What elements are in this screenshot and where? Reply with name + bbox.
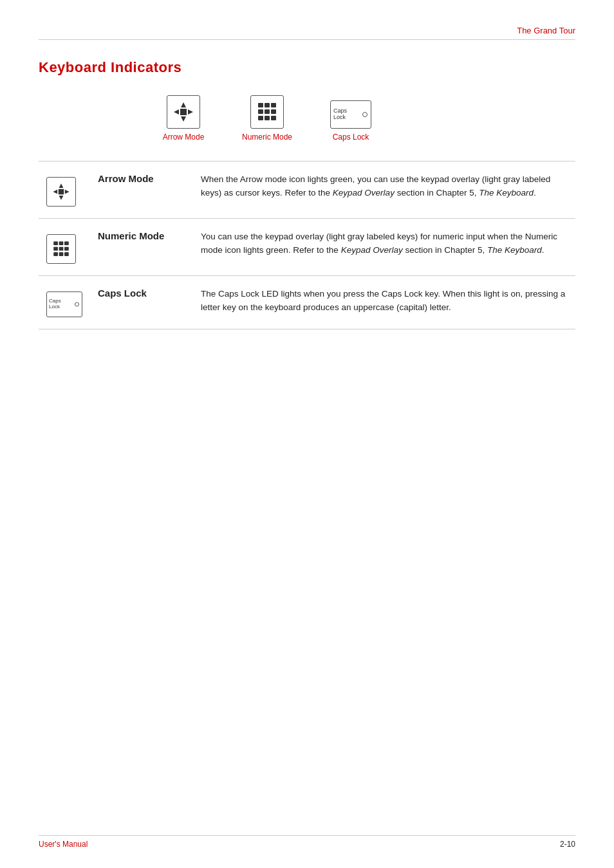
svg-rect-25	[53, 252, 58, 256]
arrow-mode-desc: When the Arrow mode icon lights green, y…	[193, 162, 575, 219]
page-footer: User's Manual 2-10	[39, 835, 575, 849]
footer-left: User's Manual	[39, 840, 88, 849]
footer-right: 2-10	[560, 840, 575, 849]
svg-rect-19	[53, 241, 58, 245]
arrow-mode-name: Arrow Mode	[90, 162, 193, 219]
svg-rect-10	[271, 109, 276, 114]
caps-lock-name: Caps Lock	[90, 276, 193, 329]
page-title: Keyboard Indicators	[39, 59, 575, 76]
arrow-mode-icon	[167, 95, 200, 129]
svg-marker-0	[181, 102, 186, 107]
svg-rect-21	[64, 241, 69, 245]
numeric-mode-icon	[250, 95, 284, 129]
svg-marker-2	[174, 109, 179, 115]
svg-rect-23	[59, 247, 64, 251]
numeric-mode-icon-cell: Numeric Mode	[225, 95, 309, 142]
header-title: The Grand Tour	[517, 26, 575, 35]
svg-rect-4	[180, 109, 187, 115]
numeric-mode-desc: You can use the keypad overlay (light gr…	[193, 219, 575, 276]
caps-lock-icon-top: CapsLock	[330, 100, 371, 129]
caps-lock-label: Caps Lock	[333, 133, 369, 142]
arrow-mode-row-icon	[46, 177, 76, 207]
numeric-mode-td-icon	[39, 219, 90, 276]
svg-rect-11	[258, 116, 263, 120]
icons-row: Arrow Mode Numeric Mode	[142, 95, 575, 142]
svg-rect-27	[64, 252, 69, 256]
indicators-table: Arrow Mode When the Arrow mode icon ligh…	[39, 162, 575, 329]
arrow-mode-row: Arrow Mode When the Arrow mode icon ligh…	[39, 162, 575, 219]
svg-rect-26	[59, 252, 64, 256]
svg-rect-18	[59, 189, 64, 194]
svg-rect-9	[265, 109, 270, 114]
svg-rect-8	[258, 109, 263, 114]
svg-marker-1	[181, 116, 186, 122]
svg-marker-16	[53, 190, 57, 194]
caps-lock-icon-cell: CapsLock Caps Lock	[309, 100, 393, 142]
caps-lock-row: CapsLock Caps Lock The Caps Lock LED lig…	[39, 276, 575, 329]
arrow-mode-label: Arrow Mode	[163, 133, 205, 142]
numeric-mode-name: Numeric Mode	[90, 219, 193, 276]
svg-marker-3	[188, 109, 193, 115]
page-header: The Grand Tour	[39, 26, 575, 40]
svg-rect-5	[258, 103, 263, 107]
svg-rect-6	[265, 103, 270, 107]
svg-rect-7	[271, 103, 276, 107]
numeric-mode-label: Numeric Mode	[242, 133, 292, 142]
svg-marker-14	[59, 183, 64, 188]
caps-lock-desc: The Caps Lock LED lights when you press …	[193, 276, 575, 329]
svg-marker-17	[65, 190, 70, 194]
svg-rect-24	[64, 247, 69, 251]
svg-marker-15	[59, 196, 64, 200]
numeric-mode-row: Numeric Mode You can use the keypad over…	[39, 219, 575, 276]
caps-lock-row-icon: CapsLock	[46, 291, 82, 317]
svg-rect-12	[265, 116, 270, 120]
arrow-mode-icon-cell: Arrow Mode	[142, 95, 225, 142]
numeric-mode-row-icon	[46, 234, 76, 264]
svg-rect-13	[271, 116, 276, 120]
arrow-mode-td-icon	[39, 162, 90, 219]
caps-lock-td-icon: CapsLock	[39, 276, 90, 329]
svg-rect-22	[53, 247, 58, 251]
svg-rect-20	[59, 241, 64, 245]
